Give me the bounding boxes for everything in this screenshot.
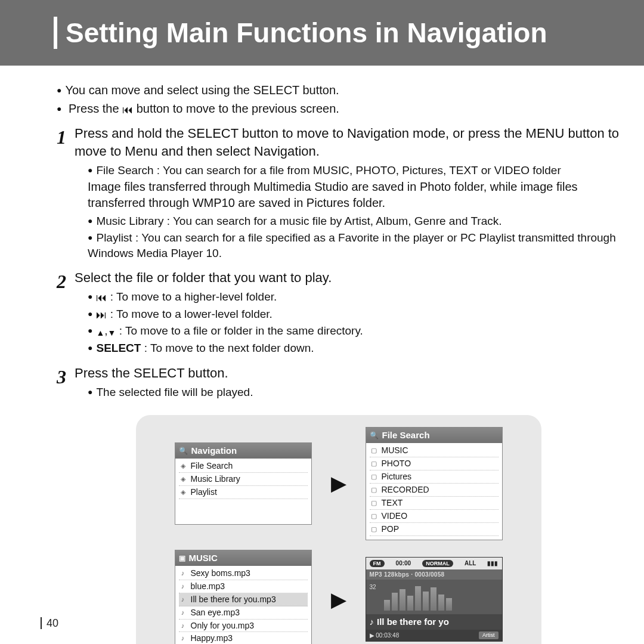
intro-item-2: Press the button to move to the previous… [57,101,620,117]
list-item-label: VIDEO [382,510,408,522]
eq-number: 32 [370,583,376,592]
intro-item-1: You can move and select using the SELECT… [57,82,620,98]
eq-bar [438,595,444,611]
step1-note: Image files transferred through Multimed… [75,179,620,211]
arrow-right-2: ▶ [324,586,354,614]
page-title: Setting Main Functions in Navigation [66,17,547,49]
step-1-sublist2: Music Library : You can search for a mus… [75,213,620,261]
format-badge: MP3 [370,571,382,578]
list-item[interactable]: ▢Pictures [370,470,499,484]
screen-file-search-title: File Search [382,429,430,441]
list-item[interactable]: ▢PHOTO [370,457,499,470]
step2-c1: : To move to a higher-level folder. [88,289,620,305]
step-1: 1 Press and hold the SELECT button to mo… [57,125,620,262]
list-item-label: Only for you.mp3 [191,620,255,631]
eq-bar [407,596,413,611]
step-number-3: 3 [57,364,75,401]
screen-navigation-header: 🔍 Navigation [175,443,311,459]
eq-bar [431,587,436,610]
screen-music-body: ♪Sexy boms.mp3♪blue.mp3♪Ill be there for… [175,566,311,644]
note-icon: ♪ [179,621,187,630]
folder-icon: ▢ [370,446,378,455]
bitrate-label: 128kbps [384,571,409,578]
list-item[interactable]: ◈Music Library [179,473,308,486]
note-icon: ♪ [179,634,187,643]
artist-badge: Artist [479,631,499,640]
folder-icon: ▢ [370,512,378,521]
list-item[interactable]: ▢RECORDED [370,484,499,497]
player-clock: 00:00 [396,559,411,568]
search-icon: 🔍 [179,446,188,456]
list-item[interactable]: ♪blue.mp3 [179,580,308,593]
note-icon: ♪ [179,582,187,591]
list-item[interactable]: ♪Ill be there for you.mp3 [179,593,308,606]
list-item[interactable]: ♪Only for you.mp3 [179,620,308,633]
up-arrow-icon [96,324,104,340]
step-1-sublist: File Search : You can search for a file … [75,163,620,178]
fm-badge: FM [370,560,385,567]
list-item[interactable]: ♪Sexy boms.mp3 [179,567,308,580]
list-item[interactable]: ◈File Search [179,460,308,473]
list-item[interactable]: ◈Playlist [179,486,308,499]
intro-list: You can move and select using the SELECT… [57,82,620,117]
menu-icon: ◈ [179,462,187,470]
screen-navigation-body: ◈File Search◈Music Library◈Playlist [175,459,311,524]
step-2-text: Select the file or folder that you want … [75,269,620,287]
screen-navigation: 🔍 Navigation ◈File Search◈Music Library◈… [175,442,312,525]
list-item[interactable]: ▢MUSIC [370,444,499,457]
step1-b1: File Search : You can search for a file … [88,163,620,178]
eq-bar [423,592,429,611]
screen-file-search-header: 🔍 File Search [366,428,502,443]
equalizer: 32 [366,580,502,614]
elapsed-time: 00:03:48 [376,632,399,639]
list-item[interactable]: ▢POP [370,523,499,536]
list-item[interactable]: ♪San eye.mp3 [179,606,308,620]
menu-icon: ◈ [179,475,187,484]
step3-b1: The selected file will be played. [88,385,620,400]
list-item-label: Happy.mp3 [191,633,233,644]
prev-track-icon [96,290,107,305]
step-2: 2 Select the file or folder that you wan… [57,269,620,357]
list-item-label: PHOTO [382,458,411,469]
screen-music-title: MUSIC [189,552,218,564]
list-item[interactable]: ♪Happy.mp3 [179,632,308,644]
list-item-label: MUSIC [382,445,408,456]
list-item-label: POP [382,524,400,535]
player-status-bar: FM 00:00 NORMAL ALL ▮▮▮ [366,558,502,569]
step-3-text: Press the SELECT button. [75,364,620,382]
player-track-title-row: ♪ Ill be there for yo [366,614,502,630]
battery-icon: ▮▮▮ [487,559,498,568]
folder-icon: ▢ [370,499,378,507]
list-item[interactable]: ▢TEXT [370,497,499,510]
folder-icon: ▢ [370,525,378,534]
eq-bar [400,589,405,611]
folder-icon: ▢ [370,485,378,494]
eq-bar [384,600,390,611]
step1-b3: Playlist : You can search for a file spe… [88,230,620,261]
track-counter: 0003/0058 [414,571,444,578]
list-item-label: Ill be there for you.mp3 [191,594,276,605]
step1-b2: Music Library : You can search for a mus… [88,213,620,229]
list-item-label: Sexy boms.mp3 [191,568,250,579]
screens-panel: 🔍 Navigation ◈File Search◈Music Library◈… [136,415,541,644]
step-3: 3 Press the SELECT button. The selected … [57,364,620,401]
list-item[interactable]: ▢VIDEO [370,510,499,523]
folder-search-icon: 🔍 [370,431,379,440]
list-item-label: San eye.mp3 [191,607,240,618]
screen-file-search: 🔍 File Search ▢MUSIC▢PHOTO▢Pictures▢RECO… [366,427,503,540]
eq-bar [392,593,398,610]
step-1-text: Press and hold the SELECT button to move… [75,125,620,160]
list-item-label: Pictures [382,471,412,482]
menu-icon: ◈ [179,488,187,497]
folder-icon: ▢ [370,472,378,481]
note-icon: ♪ [179,569,187,578]
list-item-label: TEXT [382,497,403,509]
screen-music-header: ▣ MUSIC [175,550,311,566]
step2-c2: : To move to a lower-level folder. [88,306,620,323]
next-track-icon [96,307,107,323]
screen-file-search-body: ▢MUSIC▢PHOTO▢Pictures▢RECORDED▢TEXT▢VIDE… [366,443,502,539]
screen-player: FM 00:00 NORMAL ALL ▮▮▮ MP3 128kbps · 00… [366,557,503,642]
player-track-title: Ill be there for yo [377,616,449,628]
list-item-label: RECORDED [382,484,429,496]
note-icon: ♪ [179,608,187,617]
